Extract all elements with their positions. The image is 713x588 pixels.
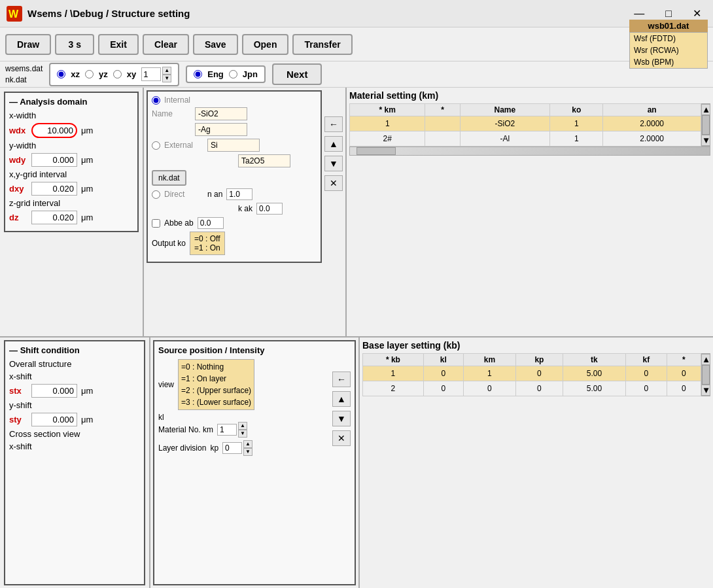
abbe-value-input[interactable]: 0.0: [198, 217, 224, 229]
bl-kf-1: 0: [626, 366, 667, 381]
plane-spinner[interactable]: ▲ ▼: [162, 67, 171, 82]
view-option-lower[interactable]: =3 : (Lower surface): [181, 396, 251, 408]
material-table-scrollbar[interactable]: ▲ ▼: [701, 103, 710, 147]
internal-val2-input[interactable]: -Ag: [195, 123, 247, 136]
eng-label[interactable]: Eng: [207, 69, 224, 79]
plane-down-button[interactable]: ▼: [162, 75, 171, 82]
base-layer-scrollbar[interactable]: ▲ ▼: [701, 353, 710, 396]
direct-radio[interactable]: [152, 190, 160, 199]
output-option-on[interactable]: =1 : On: [194, 243, 220, 252]
source-left-arrow[interactable]: ←: [332, 372, 351, 387]
output-option-off[interactable]: =0 : Off: [194, 234, 220, 243]
material-no-spinner[interactable]: 1 ▲ ▼: [217, 422, 247, 438]
wsb-option-fdtd[interactable]: Wsf (FDTD): [630, 33, 707, 44]
view-option-onlayer[interactable]: =1 : On layer: [181, 373, 251, 385]
wdy-input[interactable]: 0.000: [31, 153, 77, 167]
plane-number-field[interactable]: [141, 67, 161, 81]
xy-label[interactable]: xy: [127, 69, 136, 79]
material-no-input[interactable]: 1: [217, 424, 237, 436]
clear-button[interactable]: Clear: [143, 34, 189, 55]
yz-label[interactable]: yz: [99, 69, 108, 79]
table-row[interactable]: 2 0 0 0 5.00 0 0: [363, 381, 701, 396]
table-row[interactable]: 2# -Al 1 2.0000: [350, 131, 701, 147]
external-label[interactable]: External: [164, 141, 203, 150]
internal-val1-input[interactable]: -SiO2: [195, 107, 247, 120]
eng-radio[interactable]: [194, 70, 202, 78]
x-delete-button[interactable]: ✕: [324, 175, 343, 191]
scroll-up-button[interactable]: ▲: [701, 104, 710, 115]
kp-input[interactable]: 0: [222, 442, 242, 454]
exit-button[interactable]: Exit: [98, 34, 139, 55]
title-bar: W Wsems / \Debug / Structure setting — □…: [0, 0, 713, 27]
output-dropdown[interactable]: =0 : Off =1 : On: [190, 232, 225, 255]
view-row: view =0 : Nothing =1 : On layer =2 : (Up…: [158, 359, 328, 410]
left-arrow-button[interactable]: ←: [324, 116, 343, 132]
material-table-hscrollbar[interactable]: [349, 147, 710, 156]
yz-radio[interactable]: [85, 70, 94, 78]
cross-row: Cross section view: [9, 429, 140, 439]
xz-radio[interactable]: [57, 70, 65, 78]
sty-input[interactable]: 0.000: [31, 413, 77, 426]
external-val1-input[interactable]: Si: [207, 139, 260, 152]
plane-selector: xz yz xy ▲ ▼: [49, 63, 179, 86]
plane-value-input[interactable]: ▲ ▼: [141, 67, 171, 82]
up-arrow-button[interactable]: ▲: [324, 136, 343, 152]
nkdat-button[interactable]: nk.dat: [152, 170, 186, 186]
scroll-down-button[interactable]: ▼: [701, 135, 710, 146]
k-row: k ak 0.0: [152, 203, 317, 215]
jpn-radio[interactable]: [229, 70, 237, 78]
source-x-button[interactable]: ✕: [332, 430, 351, 446]
draw-button[interactable]: Draw: [5, 34, 51, 55]
bl-scroll-down[interactable]: ▼: [701, 385, 710, 396]
wsb-options-list[interactable]: Wsf (FDTD) Wsr (RCWA) Wsb (BPM): [629, 32, 708, 69]
transfer-button[interactable]: Transfer: [292, 34, 352, 55]
wsb-option-rcwa[interactable]: Wsr (RCWA): [630, 44, 707, 56]
save-button[interactable]: Save: [193, 34, 238, 55]
material-no-up[interactable]: ▲: [238, 422, 247, 430]
stx-input[interactable]: 0.000: [31, 384, 77, 398]
kp-up[interactable]: ▲: [243, 440, 252, 448]
bl-scroll-up[interactable]: ▲: [701, 354, 710, 365]
external-radio[interactable]: [152, 141, 160, 150]
minimize-button[interactable]: —: [629, 6, 650, 21]
an-val-1: 2.0000: [603, 116, 701, 131]
view-option-upper[interactable]: =2 : (Upper surface): [181, 385, 251, 396]
close-button[interactable]: ✕: [687, 6, 706, 21]
k-value-input[interactable]: 0.0: [256, 203, 283, 215]
source-down-arrow[interactable]: ▼: [332, 411, 351, 426]
analysis-domain-title: — Analysis domain: [9, 97, 133, 107]
external-val2-input[interactable]: Ta2O5: [238, 154, 290, 167]
view-option-nothing[interactable]: =0 : Nothing: [181, 361, 251, 373]
jpn-label[interactable]: Jpn: [243, 69, 258, 79]
down-arrow-button[interactable]: ▼: [324, 156, 343, 171]
next-button[interactable]: Next: [272, 63, 322, 85]
n-value-input[interactable]: 1.0: [226, 188, 252, 200]
kp-spinner[interactable]: 0 ▲ ▼: [222, 440, 252, 456]
view-dropdown[interactable]: =0 : Nothing =1 : On layer =2 : (Upper s…: [178, 359, 254, 410]
layer-div-row: Layer division kp 0 ▲ ▼: [158, 440, 328, 456]
material-no-down[interactable]: ▼: [238, 430, 247, 438]
abbe-checkbox[interactable]: [152, 219, 160, 228]
kp-down[interactable]: ▼: [243, 448, 252, 456]
internal-label[interactable]: Internal: [164, 95, 203, 105]
analysis-domain-panel: — Analysis domain x-width wdx 10.000 μm …: [0, 88, 144, 336]
open-button[interactable]: Open: [242, 34, 289, 55]
dz-input[interactable]: 0.020: [31, 211, 77, 224]
table-row[interactable]: 1 0 1 0 5.00 0 0: [363, 366, 701, 381]
wdx-input[interactable]: 10.000: [31, 123, 77, 138]
table-row[interactable]: 1 -SiO2 1 2.0000: [350, 116, 701, 131]
maximize-button[interactable]: □: [660, 6, 677, 21]
direct-label[interactable]: Direct: [164, 190, 203, 199]
source-up-arrow[interactable]: ▲: [332, 391, 351, 407]
plane-up-button[interactable]: ▲: [162, 67, 171, 75]
time-button[interactable]: 3 s: [55, 34, 94, 55]
xy-radio[interactable]: [113, 70, 122, 78]
wsb-option-bpm[interactable]: Wsb (BPM): [630, 56, 707, 68]
file-info: wsems.dat nk.dat: [5, 63, 43, 86]
nav-buttons: ← ▲ ▼ ✕: [324, 90, 343, 334]
xz-label[interactable]: xz: [71, 69, 80, 79]
internal-radio[interactable]: [152, 96, 160, 105]
xshift2-label: x-shift: [9, 441, 32, 451]
abbe-label[interactable]: Abbe ab: [164, 218, 194, 228]
dxy-input[interactable]: 0.020: [31, 182, 77, 196]
